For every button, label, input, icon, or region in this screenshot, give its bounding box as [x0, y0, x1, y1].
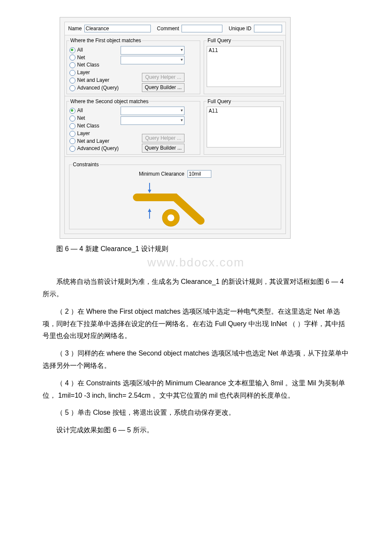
radio-layer[interactable]: Layer [69, 130, 121, 137]
query-helper-button[interactable]: Query Helper ... [142, 73, 184, 82]
paragraph-6: 设计完成效果如图 6 — 5 所示。 [43, 424, 349, 436]
radio-net-and-layer[interactable]: Net and Layer [69, 77, 121, 84]
paragraph-5: （ 5 ）单击 Close 按钮，将退出设置，系统自动保存更改。 [43, 407, 349, 419]
paragraph-2: （ 2 ）在 Where the First object matches 选项… [43, 306, 349, 342]
clearance-row: Minimum Clearance [72, 170, 278, 178]
radio-advanced[interactable]: Advanced (Query) [69, 84, 121, 92]
radio-label: All [77, 107, 83, 113]
radio-dot-icon [69, 131, 75, 137]
radio-dot-icon [69, 62, 75, 68]
second-match-fieldset: Where the Second object matches All Net … [66, 98, 200, 155]
second-radio-list: All Net Net Class Layer Net and Layer Ad… [69, 107, 121, 153]
paragraph-1: 系统将自动当前设计规则为准，生成名为 Clearance_1 的新设计规则，其设… [43, 276, 349, 301]
svg-point-5 [167, 214, 174, 221]
first-full-query: Full Query All [204, 37, 284, 94]
radio-dot-icon [69, 123, 75, 129]
first-match-fieldset: Where the First object matches All Net N… [66, 37, 200, 94]
radio-dot-icon [69, 78, 75, 84]
radio-dot-icon [69, 116, 75, 121]
full-query-box[interactable]: All [207, 46, 281, 87]
header-row: Name Comment Unique ID [64, 22, 286, 35]
full-query-box[interactable]: All [207, 107, 281, 147]
second-combo-1[interactable] [121, 107, 184, 115]
first-radio-list: All Net Net Class Layer Net and Layer Ad… [69, 46, 121, 92]
radio-label: Net Class [77, 62, 99, 68]
radio-label: Net and Layer [77, 77, 109, 83]
clearance-svg [133, 180, 218, 227]
radio-netclass[interactable]: Net Class [69, 61, 121, 69]
radio-label: Layer [77, 130, 90, 136]
second-controls: Query Helper ... Query Builder ... [121, 107, 184, 153]
first-combo-1[interactable] [121, 46, 184, 55]
first-match-group: Where the First object matches All Net N… [64, 35, 286, 96]
first-combo-2[interactable] [121, 56, 184, 64]
constraints-fieldset: Constraints Minimum Clearance [69, 161, 281, 229]
uid-label: Unique ID [229, 25, 251, 32]
name-input[interactable] [84, 25, 151, 32]
comment-input[interactable] [182, 25, 222, 32]
second-full-query: Full Query All [204, 98, 284, 155]
constraints-legend: Constraints [72, 161, 100, 168]
svg-marker-3 [148, 208, 151, 212]
radio-label: Layer [77, 69, 90, 75]
radio-dot-icon [69, 138, 75, 144]
full-query-legend: Full Query [207, 98, 232, 105]
min-clearance-input[interactable] [187, 170, 211, 178]
rule-dialog: Name Comment Unique ID Where the First o… [60, 17, 291, 239]
full-query-legend: Full Query [207, 37, 232, 44]
radio-label: All [77, 47, 83, 53]
radio-dot-icon [69, 146, 75, 152]
query-builder-button[interactable]: Query Builder ... [142, 83, 184, 92]
radio-dot-icon [69, 55, 75, 61]
clearance-diagram [133, 180, 218, 227]
first-controls: Query Helper ... Query Builder ... [121, 46, 184, 92]
second-combo-2[interactable] [121, 116, 184, 125]
radio-dot-icon [69, 85, 75, 91]
radio-dot-icon [69, 108, 75, 114]
radio-label: Advanced (Query) [77, 145, 118, 151]
comment-label: Comment [157, 25, 179, 32]
radio-net-and-layer[interactable]: Net and Layer [69, 138, 121, 145]
radio-label: Net and Layer [77, 138, 109, 144]
min-clearance-label: Minimum Clearance [139, 171, 184, 177]
first-match-legend: Where the First object matches [69, 37, 142, 44]
radio-layer[interactable]: Layer [69, 69, 121, 76]
radio-label: Advanced (Query) [77, 85, 118, 91]
name-label: Name [68, 25, 82, 32]
query-builder-button[interactable]: Query Builder ... [142, 144, 184, 153]
radio-dot-icon [69, 70, 75, 76]
radio-all[interactable]: All [69, 46, 121, 54]
radio-net[interactable]: Net [69, 115, 121, 122]
radio-label: Net Class [77, 123, 99, 129]
paragraph-4: （ 4 ）在 Constraints 选项区域中的 Minimum Cleara… [43, 377, 349, 402]
uid-input[interactable] [254, 25, 282, 32]
query-helper-button[interactable]: Query Helper ... [142, 134, 184, 143]
radio-dot-icon [69, 47, 75, 53]
radio-netclass[interactable]: Net Class [69, 122, 121, 130]
svg-marker-1 [148, 190, 151, 193]
second-match-legend: Where the Second object matches [69, 98, 149, 105]
second-match-group: Where the Second object matches All Net … [64, 96, 286, 157]
radio-net[interactable]: Net [69, 54, 121, 61]
constraints-group: Constraints Minimum Clearance [64, 157, 286, 234]
radio-label: Net [77, 55, 85, 61]
radio-label: Net [77, 115, 85, 121]
paragraph-3: （ 3 ）同样的在 where the Second object matche… [43, 347, 349, 372]
radio-all[interactable]: All [69, 107, 121, 114]
radio-advanced[interactable]: Advanced (Query) [69, 145, 121, 152]
